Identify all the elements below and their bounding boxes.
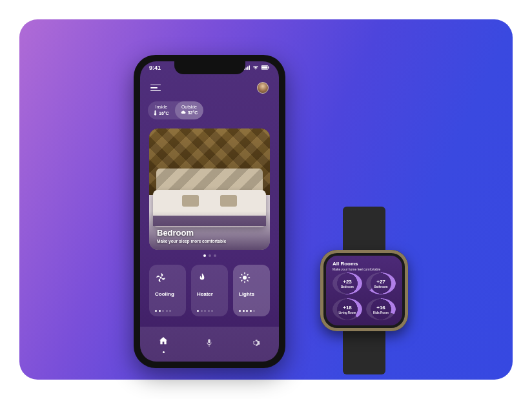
- svg-rect-3: [249, 66, 251, 70]
- tile-lights[interactable]: Lights: [233, 265, 270, 316]
- watch-rooms-grid: +23 Bedroom +27 Bathroom +18 Living Room: [332, 272, 396, 320]
- flame-icon: [197, 271, 222, 285]
- gauge-temp: +18: [343, 305, 352, 311]
- tile-label: Cooling: [155, 291, 180, 297]
- nav-voice[interactable]: [205, 338, 214, 351]
- nav-active-dot: [163, 351, 165, 353]
- bottom-nav: [140, 327, 279, 362]
- env-outside[interactable]: Outside 32°C: [175, 101, 204, 119]
- svg-rect-1: [246, 68, 247, 70]
- phone-screen: 9:41 Insid: [140, 61, 279, 362]
- gauge-temp: +23: [343, 279, 352, 285]
- wifi-icon: [252, 65, 259, 71]
- env-inside-label: Inside: [154, 105, 169, 109]
- thermometer-icon: [154, 110, 157, 116]
- tile-level: [197, 310, 213, 312]
- gauge-name: Living Room: [338, 311, 356, 314]
- svg-rect-2: [247, 66, 249, 70]
- room-gauge-kids[interactable]: +16 Kids Room: [366, 298, 396, 320]
- svg-line-16: [247, 274, 248, 275]
- room-subtitle: Make your sleep more comfortable: [157, 239, 226, 243]
- watch-band-top: [343, 207, 385, 255]
- gradient-canvas: 9:41 Insid: [19, 19, 513, 380]
- room-gauge-bathroom[interactable]: +27 Bathroom: [366, 272, 396, 294]
- page-dot: [203, 254, 206, 257]
- microphone-icon: [205, 338, 214, 351]
- battery-icon: [261, 65, 270, 71]
- svg-point-8: [243, 276, 247, 280]
- env-outside-label: Outside: [181, 105, 198, 109]
- tile-label: Lights: [239, 291, 264, 297]
- watch-title: All Rooms: [332, 261, 396, 267]
- env-inside[interactable]: Inside 16°C: [148, 101, 175, 119]
- phone-header: [140, 82, 279, 94]
- tile-heater[interactable]: Heater: [191, 265, 228, 316]
- environment-toggle[interactable]: Inside 16°C Outside 32°C: [148, 101, 203, 119]
- svg-line-13: [241, 274, 242, 275]
- page-dot: [214, 254, 216, 257]
- room-gauge-living[interactable]: +18 Living Room: [332, 298, 362, 320]
- cloud-icon: [181, 110, 186, 115]
- watch-band-bottom: [343, 326, 385, 374]
- phone-notch: [174, 61, 245, 74]
- watch-screen: All Rooms Make your home feel comfortabl…: [326, 256, 402, 325]
- svg-rect-5: [262, 66, 268, 69]
- status-icons: [244, 65, 270, 71]
- gear-icon: [251, 338, 261, 351]
- tile-cooling[interactable]: Cooling: [149, 265, 186, 316]
- gauge-temp: +27: [376, 279, 385, 285]
- tile-level: [239, 310, 255, 312]
- watch-subtitle: Make your home feel comfortable: [332, 267, 396, 271]
- gauge-temp: +16: [376, 305, 385, 311]
- status-time: 9:41: [149, 65, 161, 71]
- svg-line-14: [247, 280, 248, 281]
- avatar[interactable]: [257, 82, 269, 94]
- nav-home[interactable]: [158, 336, 169, 353]
- room-title: Bedroom: [157, 228, 226, 238]
- watch-mockup: All Rooms Make your home feel comfortabl…: [320, 207, 408, 374]
- env-outside-value: 32°C: [188, 110, 198, 115]
- home-icon: [158, 336, 169, 349]
- tile-level: [155, 310, 171, 312]
- gauge-name: Bedroom: [341, 285, 354, 289]
- brightness-icon: [239, 271, 264, 285]
- watch-case: All Rooms Make your home feel comfortabl…: [320, 250, 408, 331]
- nav-settings[interactable]: [251, 338, 261, 351]
- page-indicator: [140, 254, 279, 257]
- gauge-name: Kids Room: [373, 311, 389, 314]
- env-inside-value: 16°C: [159, 111, 169, 116]
- page-dot: [209, 254, 211, 257]
- phone-mockup: 9:41 Insid: [134, 55, 285, 368]
- fan-icon: [155, 271, 180, 285]
- svg-rect-17: [209, 339, 211, 343]
- svg-point-7: [160, 277, 162, 279]
- room-gauge-bedroom[interactable]: +23 Bedroom: [332, 272, 362, 294]
- room-card[interactable]: Bedroom Make your sleep more comfortable: [149, 128, 270, 250]
- device-tiles: Cooling Heater: [149, 265, 270, 316]
- tile-label: Heater: [197, 291, 222, 297]
- signal-icon: [244, 65, 251, 71]
- gauge-name: Bathroom: [374, 285, 387, 289]
- svg-rect-6: [269, 66, 269, 68]
- svg-line-15: [241, 280, 242, 281]
- menu-icon[interactable]: [150, 83, 161, 94]
